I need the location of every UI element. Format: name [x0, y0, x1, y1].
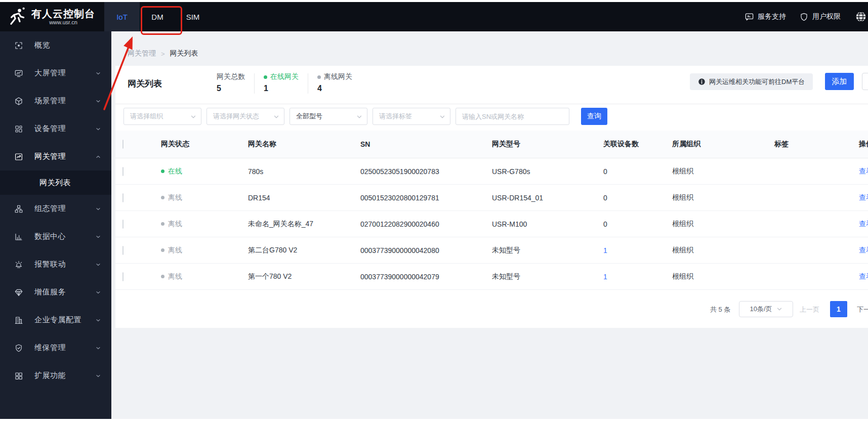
table-row: 离线 未命名_网关名称_47 02700122082900020460 USR-…: [115, 211, 868, 237]
clipped-edge-button[interactable]: [862, 73, 868, 90]
filter-bar: 请选择组织 请选择网关状态 全部型号 请选择标签 查询: [123, 108, 607, 125]
status-dot: [161, 169, 164, 173]
add-button[interactable]: 添加: [825, 73, 854, 90]
topbar-link[interactable]: 服务支持: [745, 12, 786, 22]
overview-icon: [14, 41, 23, 50]
status-dot: [161, 275, 164, 278]
linked-devices-count[interactable]: 1: [603, 273, 672, 281]
next-page-button[interactable]: 下一页: [857, 305, 868, 314]
extension-icon: [14, 371, 23, 380]
info-icon: [698, 78, 706, 86]
select-all-checkbox[interactable]: [122, 140, 123, 149]
gateway-name: 第二台G780 V2: [248, 246, 360, 255]
search-input[interactable]: [456, 108, 569, 125]
sidebar-item[interactable]: 企业专属配置: [0, 306, 111, 334]
chevron-down-icon: [95, 98, 101, 104]
view-link[interactable]: 查看: [859, 272, 868, 281]
globe-icon[interactable]: [855, 11, 867, 23]
row-checkbox[interactable]: [122, 220, 123, 229]
logo[interactable]: 有人云控制台 www.usr.cn: [0, 7, 104, 26]
chat-icon: [745, 12, 754, 22]
linked-devices-count: 0: [603, 194, 672, 202]
sidebar-item[interactable]: 大屏管理: [0, 59, 111, 87]
sidebar-item[interactable]: 设备管理: [0, 115, 111, 143]
row-checkbox[interactable]: [122, 193, 123, 202]
row-checkbox[interactable]: [122, 167, 123, 176]
table-header: 网关状态 网关名称 SN 网关型号 关联设备数 所属组织 标签 操作: [115, 131, 868, 158]
query-button[interactable]: 查询: [581, 108, 607, 125]
sidebar-item[interactable]: 报警联动: [0, 250, 111, 278]
row-checkbox[interactable]: [122, 272, 123, 281]
view-link[interactable]: 查看: [859, 246, 868, 255]
view-link[interactable]: 查看: [859, 193, 868, 202]
platform-tab-sim[interactable]: SIM: [175, 2, 211, 31]
gateway-sn: 02700122082900020460: [360, 220, 492, 228]
prev-page-button[interactable]: 上一页: [800, 305, 819, 314]
sidebar-item[interactable]: 网关管理: [0, 143, 111, 171]
sidebar-item[interactable]: 组态管理: [0, 195, 111, 223]
view-link[interactable]: 查看: [859, 220, 868, 229]
scene-icon: [14, 97, 23, 106]
current-page-button[interactable]: 1: [830, 301, 847, 317]
sidebar-item[interactable]: 维保管理: [0, 334, 111, 362]
sidebar-item[interactable]: 扩展功能: [0, 362, 111, 390]
status-dot: [264, 75, 267, 79]
status-text: 离线: [168, 193, 182, 202]
gateway-list-card: 网关列表 网关总数 5 在线网关 1 离线网关 4: [115, 66, 868, 328]
top-bar: 有人云控制台 www.usr.cn IoTDMSIM 服务支持 用户权限: [0, 2, 868, 31]
app-window: 有人云控制台 www.usr.cn IoTDMSIM 服务支持 用户权限: [0, 0, 868, 426]
gateway-icon: [14, 152, 23, 161]
table-row: 离线 第一个780 V2 00037739000000042079 未知型号 1…: [115, 264, 868, 290]
col-header-actions: 操作: [859, 140, 868, 149]
sidebar-item[interactable]: 数据中心: [0, 223, 111, 250]
linked-devices-count: 0: [603, 167, 672, 176]
chevron-down-icon: [95, 289, 101, 295]
pagination: 共 5 条 10条/页 上一页 1 下一页: [115, 301, 868, 318]
status-text: 离线: [168, 220, 182, 229]
chevron-down-icon: [356, 114, 362, 120]
sidebar-item[interactable]: 场景管理: [0, 87, 111, 115]
filter-select[interactable]: 请选择标签: [373, 108, 450, 125]
gateway-name: 第一个780 V2: [248, 272, 360, 281]
sidebar-subitem[interactable]: 网关列表: [0, 171, 111, 195]
chevron-down-icon: [273, 114, 279, 120]
table-row: 在线 780s 02500523051900020783 USR-G780s 0…: [115, 158, 868, 185]
table-row: 离线 DR154 00501523020800129781 USR-DR154_…: [115, 185, 868, 211]
main-content: 网关管理 > 网关列表 网关列表 网关总数 5 在线网关 1 离线网关 4: [111, 31, 868, 419]
gateway-name: DR154: [248, 194, 360, 202]
logo-title: 有人云控制台: [31, 8, 95, 19]
platform-tab-iot[interactable]: IoT: [104, 2, 140, 31]
row-checkbox[interactable]: [122, 246, 123, 255]
linked-devices-count[interactable]: 1: [603, 246, 672, 254]
data-icon: [14, 232, 23, 241]
organization: 根组织: [672, 272, 774, 281]
view-link[interactable]: 查看: [859, 167, 868, 176]
page-size-select[interactable]: 10条/页: [739, 301, 793, 317]
logo-subtitle: www.usr.cn: [49, 19, 77, 26]
table-body: 在线 780s 02500523051900020783 USR-G780s 0…: [115, 158, 868, 290]
organization: 根组织: [672, 220, 774, 229]
usr-runner-logo-icon: [7, 7, 26, 26]
chevron-down-icon: [95, 317, 101, 323]
filter-select[interactable]: 全部型号: [290, 108, 367, 125]
sidebar-item[interactable]: 概览: [0, 31, 111, 59]
bottom-strip: [0, 419, 868, 426]
filter-select[interactable]: 请选择网关状态: [206, 108, 284, 125]
gateway-stats: 网关总数 5 在线网关 1 离线网关 4: [217, 72, 352, 94]
col-header-org: 所属组织: [672, 140, 774, 149]
filter-select[interactable]: 请选择组织: [123, 108, 201, 125]
chevron-down-icon: [95, 345, 101, 351]
gateway-model: USR-DR154_01: [492, 194, 603, 202]
organization: 根组织: [672, 246, 774, 255]
platform-tab-dm[interactable]: DM: [140, 2, 175, 31]
col-header-devices: 关联设备数: [603, 140, 672, 149]
col-header-name: 网关名称: [248, 140, 360, 149]
col-header-tags: 标签: [774, 140, 859, 149]
breadcrumb-parent[interactable]: 网关管理: [128, 49, 156, 58]
sidebar-item[interactable]: 增值服务: [0, 278, 111, 306]
gateway-sn: 00037739000000042079: [360, 273, 492, 281]
status-dot: [161, 196, 164, 199]
total-count: 共 5 条: [710, 305, 730, 314]
topbar-link[interactable]: 用户权限: [799, 12, 841, 22]
chevron-down-icon: [439, 114, 445, 120]
